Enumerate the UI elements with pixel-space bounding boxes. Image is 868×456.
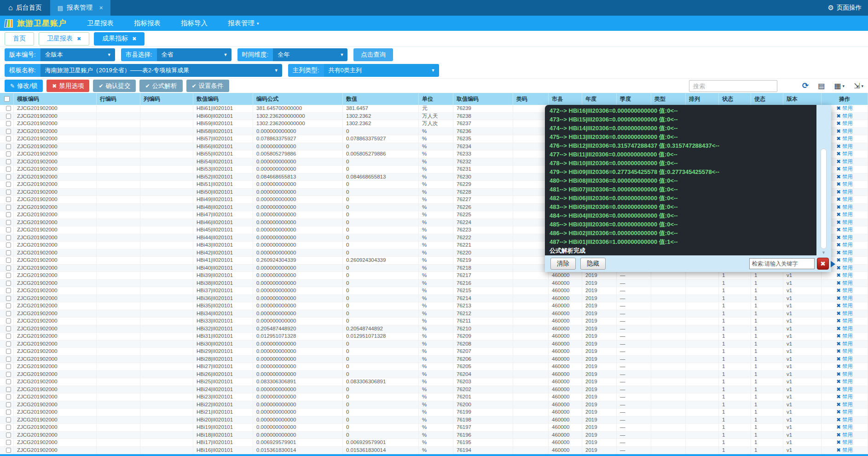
close-window-tab-icon[interactable]: ✕ — [99, 5, 103, 11]
close-tab-icon[interactable]: ✖ — [77, 36, 81, 42]
disable-link[interactable]: ✖禁用 — [822, 363, 868, 370]
nav-item-2[interactable]: 指标报表 — [134, 19, 161, 28]
disable-link[interactable]: ✖禁用 — [822, 371, 868, 378]
row-checkbox[interactable] — [6, 364, 11, 369]
row-checkbox[interactable] — [6, 197, 11, 202]
row-checkbox[interactable] — [6, 182, 11, 187]
console-hide-button[interactable]: 隐藏 — [580, 258, 606, 270]
row-checkbox[interactable] — [6, 227, 11, 232]
row-checkbox[interactable] — [6, 357, 11, 362]
disable-link[interactable]: ✖禁用 — [822, 341, 868, 348]
sub-tab-1[interactable]: 首页 — [5, 32, 34, 46]
row-checkbox[interactable] — [6, 114, 11, 119]
console-search-input[interactable] — [749, 258, 815, 269]
disable-link[interactable]: ✖禁用 — [822, 409, 868, 416]
disable-link[interactable]: ✖禁用 — [822, 424, 868, 431]
select-all-checkbox[interactable] — [4, 96, 10, 102]
query-button[interactable]: 点击查询 — [353, 48, 393, 61]
row-checkbox[interactable] — [6, 410, 11, 415]
row-checkbox[interactable] — [6, 159, 11, 164]
disable-link[interactable]: ✖禁用 — [822, 333, 868, 340]
row-checkbox[interactable] — [6, 311, 11, 316]
disable-link[interactable]: ✖禁用 — [822, 378, 868, 386]
action-button-4[interactable]: ✔公式解析 — [139, 80, 182, 92]
disable-link[interactable]: ✖禁用 — [822, 325, 868, 333]
disable-link[interactable]: ✖禁用 — [822, 272, 868, 279]
close-tab-icon[interactable]: ✖ — [132, 36, 136, 42]
row-checkbox[interactable] — [6, 281, 11, 286]
row-checkbox[interactable] — [6, 129, 11, 134]
filter-select[interactable]: 海南旅游卫星账户（2019全省）——表2-专项核算成果▼ — [41, 64, 282, 77]
report-view-icon[interactable]: ▤ — [818, 81, 825, 90]
row-checkbox[interactable] — [6, 174, 11, 179]
row-checkbox[interactable] — [6, 258, 11, 263]
row-checkbox[interactable] — [6, 372, 11, 377]
action-button-1[interactable]: ✎修改/锁 — [5, 80, 43, 92]
action-button-5[interactable]: ✔设置条件 — [186, 80, 229, 92]
row-checkbox[interactable] — [6, 167, 11, 172]
disable-link[interactable]: ✖禁用 — [822, 386, 868, 393]
disable-link[interactable]: ✖禁用 — [822, 295, 868, 302]
disable-link[interactable]: ✖禁用 — [822, 432, 868, 439]
disable-link[interactable]: ✖禁用 — [822, 447, 868, 454]
disable-link[interactable]: ✖禁用 — [822, 348, 868, 355]
console-close-button[interactable]: ✖ — [817, 258, 829, 270]
action-button-3[interactable]: ✔确认提交 — [93, 80, 136, 92]
row-checkbox[interactable] — [6, 273, 11, 278]
row-checkbox[interactable] — [6, 106, 11, 111]
nav-item-1[interactable]: 卫星报表 — [87, 19, 114, 28]
grid-columns-icon[interactable]: ▦▾ — [834, 81, 845, 90]
row-checkbox[interactable] — [6, 341, 11, 346]
filter-select[interactable]: 全年▼ — [273, 48, 347, 61]
row-checkbox[interactable] — [6, 242, 11, 248]
nav-item-4[interactable]: 报表管理▾ — [228, 19, 259, 28]
row-checkbox[interactable] — [6, 190, 11, 195]
row-checkbox[interactable] — [6, 334, 11, 339]
disable-link[interactable]: ✖禁用 — [822, 310, 868, 317]
row-checkbox[interactable] — [6, 205, 11, 210]
nav-item-3[interactable]: 指标导入 — [181, 19, 208, 28]
disable-link[interactable]: ✖禁用 — [822, 280, 868, 287]
sub-tab-3[interactable]: 成果指标✖ — [94, 32, 145, 46]
disable-link[interactable]: ✖禁用 — [822, 317, 868, 325]
row-checkbox[interactable] — [6, 235, 11, 240]
row-checkbox[interactable] — [6, 136, 11, 141]
console-collapse-arrow-icon[interactable] — [831, 261, 835, 267]
row-checkbox[interactable] — [6, 220, 11, 225]
row-checkbox[interactable] — [6, 144, 11, 149]
report-management-window-tab[interactable]: ▤ 报表管理 ✕ — [50, 0, 111, 16]
disable-link[interactable]: ✖禁用 — [822, 287, 868, 294]
refresh-icon[interactable]: ⟳ — [802, 81, 809, 91]
row-checkbox[interactable] — [6, 440, 11, 445]
filter-select[interactable]: 全版本▼ — [41, 48, 115, 61]
scroll-down-arrow-icon[interactable]: ▼ — [822, 250, 826, 255]
disable-link[interactable]: ✖禁用 — [822, 393, 868, 401]
disable-link[interactable]: ✖禁用 — [822, 416, 868, 424]
row-checkbox[interactable] — [6, 379, 11, 384]
disable-link[interactable]: ✖禁用 — [822, 401, 868, 409]
row-checkbox[interactable] — [6, 417, 11, 422]
disable-link[interactable]: ✖禁用 — [822, 302, 868, 310]
sub-tab-2[interactable]: 卫星报表✖ — [39, 32, 89, 46]
row-checkbox[interactable] — [6, 212, 11, 217]
backend-home-tab[interactable]: ⌂ 后台首页 — [0, 0, 50, 16]
export-icon[interactable]: ⇲▾ — [854, 81, 863, 90]
console-scrollbar-thumb[interactable] — [821, 149, 827, 249]
row-checkbox[interactable] — [6, 288, 11, 293]
table-search-input[interactable] — [689, 80, 777, 92]
page-operations-button[interactable]: ⚙ 页面操作 — [828, 4, 862, 12]
action-button-2[interactable]: ✖禁用选项 — [46, 80, 89, 92]
filter-select[interactable]: 共有0类主列▼ — [324, 64, 439, 77]
row-checkbox[interactable] — [6, 425, 11, 430]
row-checkbox[interactable] — [6, 402, 11, 407]
row-checkbox[interactable] — [6, 387, 11, 392]
disable-link[interactable]: ✖禁用 — [822, 439, 868, 446]
row-checkbox[interactable] — [6, 349, 11, 354]
row-checkbox[interactable] — [6, 433, 11, 438]
row-checkbox[interactable] — [6, 266, 11, 271]
console-clear-button[interactable]: 清除 — [550, 258, 576, 270]
row-checkbox[interactable] — [6, 151, 11, 156]
row-checkbox[interactable] — [6, 296, 11, 301]
disable-link[interactable]: ✖禁用 — [822, 356, 868, 363]
row-checkbox[interactable] — [6, 394, 11, 399]
